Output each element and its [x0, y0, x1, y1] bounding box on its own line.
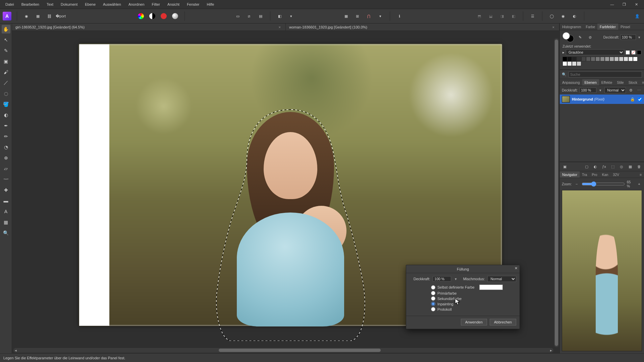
swatch[interactable]: [591, 57, 595, 61]
swatch-opt-icon[interactable]: [626, 50, 630, 55]
text-tool-icon[interactable]: A: [2, 207, 10, 216]
swatch[interactable]: [605, 57, 609, 61]
menu-document[interactable]: Dokument: [57, 1, 81, 8]
crop-icon[interactable]: ◧: [276, 12, 284, 20]
dropdown-icon[interactable]: ▾: [287, 12, 295, 20]
menu-help[interactable]: Hilfe: [203, 1, 217, 8]
dropdown2-icon[interactable]: ▾: [376, 12, 384, 20]
navigator-thumbnail[interactable]: [562, 190, 642, 351]
pencil-tool-icon[interactable]: ✏: [2, 132, 10, 141]
swatch[interactable]: [562, 57, 567, 61]
layer-visibility-checkbox[interactable]: [638, 97, 642, 102]
radio-secondary-color[interactable]: Sekundärfarbe: [431, 296, 516, 301]
red-icon[interactable]: [160, 12, 168, 20]
swatch[interactable]: [595, 57, 600, 61]
tab-protocol[interactable]: Pro: [589, 171, 599, 178]
info-icon[interactable]: ℹ: [395, 12, 404, 20]
mesh-tool-icon[interactable]: ▦: [2, 218, 10, 227]
close-tab-icon[interactable]: ×: [552, 25, 554, 29]
swatch[interactable]: [572, 57, 577, 61]
layers-group-icon[interactable]: ▣: [562, 164, 568, 170]
magnet-icon[interactable]: ⋂: [365, 12, 373, 20]
palette-select[interactable]: Grautöne: [566, 49, 624, 55]
eraser-tool-icon[interactable]: ▱: [2, 164, 10, 173]
align1-icon[interactable]: ⬒: [475, 12, 483, 20]
marquee-icon[interactable]: ▭: [234, 12, 242, 20]
search-input[interactable]: [569, 71, 642, 77]
horizontal-scrollbar[interactable]: ◂ ▸: [13, 348, 553, 353]
dialog-opacity-input[interactable]: [433, 276, 451, 282]
delete-layer-icon[interactable]: 🗑: [636, 164, 642, 170]
close-button[interactable]: ✕: [632, 2, 641, 7]
swatch[interactable]: [624, 57, 628, 61]
opacity-input[interactable]: [621, 35, 636, 40]
swatch[interactable]: [628, 57, 633, 61]
nav-panel-menu-icon[interactable]: ≡: [637, 171, 644, 178]
crop-layer-icon[interactable]: ⬚: [610, 164, 616, 170]
palette-arrow-icon[interactable]: ▸: [562, 50, 565, 55]
fg-bg-colors[interactable]: [562, 32, 574, 42]
menu-arrange[interactable]: Anordnen: [125, 1, 148, 8]
layer-more-icon[interactable]: ⋯: [636, 87, 642, 93]
mask-icon[interactable]: ▢: [584, 164, 590, 170]
grid-icon[interactable]: ▦: [342, 12, 350, 20]
circle1-icon[interactable]: ◯: [548, 12, 556, 20]
align3-icon[interactable]: ◨: [498, 12, 506, 20]
radio-primary-color[interactable]: Primärfarbe: [431, 291, 516, 295]
color-wheel-icon[interactable]: [137, 12, 145, 20]
move-tool-icon[interactable]: ↖: [2, 36, 10, 44]
tab-styles[interactable]: Stile: [614, 79, 626, 85]
radio-protocol[interactable]: Protokoll: [431, 307, 516, 311]
cancel-button[interactable]: Abbrechen: [490, 319, 516, 325]
radio-custom-color[interactable]: Selbst definierte Farbe: [431, 285, 516, 290]
foreground-color-icon[interactable]: [562, 32, 570, 40]
snap-icon[interactable]: ⊞: [354, 12, 362, 20]
circle3-icon[interactable]: ◐: [571, 12, 579, 20]
arrange-icon[interactable]: ☰: [529, 12, 537, 20]
selection-brush-tool-icon[interactable]: 🖌: [2, 68, 10, 76]
develop-persona-icon[interactable]: ǁǁ: [45, 12, 53, 20]
apply-button[interactable]: Anwenden: [461, 319, 487, 325]
layer-settings-icon[interactable]: ⚙: [628, 87, 634, 93]
tab-transform[interactable]: Tra: [580, 171, 589, 178]
brush-tool-icon[interactable]: ／: [2, 78, 10, 87]
eyedropper-icon[interactable]: ✎: [576, 33, 584, 41]
align2-icon[interactable]: ⬓: [487, 12, 495, 20]
swatch[interactable]: [614, 57, 619, 61]
gradient-tool-icon[interactable]: ◐: [2, 111, 10, 119]
swatch[interactable]: [586, 57, 591, 61]
swatch[interactable]: [600, 57, 605, 61]
bw-icon[interactable]: [148, 12, 156, 20]
swatch[interactable]: [609, 57, 614, 61]
swatch[interactable]: [562, 61, 567, 66]
tab-swatches[interactable]: Farbfelder: [597, 23, 618, 30]
liquify-persona-icon[interactable]: ▦: [34, 12, 42, 20]
layers-opacity-dropdown-icon[interactable]: ▾: [598, 88, 602, 93]
zoom-slider[interactable]: [582, 181, 625, 187]
tab-brushes[interactable]: Pinsel: [618, 23, 633, 30]
swatch[interactable]: [577, 57, 581, 61]
deselect-icon[interactable]: ⧄: [245, 12, 253, 20]
dialog-blend-select[interactable]: Normal: [487, 276, 516, 282]
swatch[interactable]: [567, 57, 572, 61]
marquee-tool-icon[interactable]: ◌: [2, 89, 10, 98]
tab-effects[interactable]: Effekte: [599, 79, 615, 85]
document-tab-2[interactable]: woman-1836601_1920.jpg [Geändert] (100.0…: [286, 23, 559, 31]
layer-row[interactable]: Hintergrund (Pixel) 🔒: [560, 95, 644, 104]
maximize-button[interactable]: ❐: [620, 2, 629, 7]
tab-navigator[interactable]: Navigator: [560, 171, 580, 178]
none-color-icon[interactable]: ⊘: [586, 33, 594, 41]
menu-layer[interactable]: Ebene: [82, 1, 99, 8]
opacity-dropdown-icon[interactable]: ▾: [637, 35, 641, 40]
tab-stock[interactable]: Stock: [626, 79, 640, 85]
swatch[interactable]: [577, 61, 581, 66]
menu-text[interactable]: Text: [43, 1, 57, 8]
custom-color-swatch[interactable]: [479, 285, 503, 290]
pen-tool-icon[interactable]: ✒: [2, 121, 10, 130]
flood-tool-icon[interactable]: 🪣: [2, 100, 10, 109]
tab-color[interactable]: Farbe: [584, 23, 597, 30]
swatch-black-icon[interactable]: [637, 50, 641, 55]
blend-mode-select[interactable]: Normal: [604, 87, 626, 93]
quick-mask-icon[interactable]: ▤: [257, 12, 265, 20]
menu-edit[interactable]: Bearbeiten: [18, 1, 43, 8]
